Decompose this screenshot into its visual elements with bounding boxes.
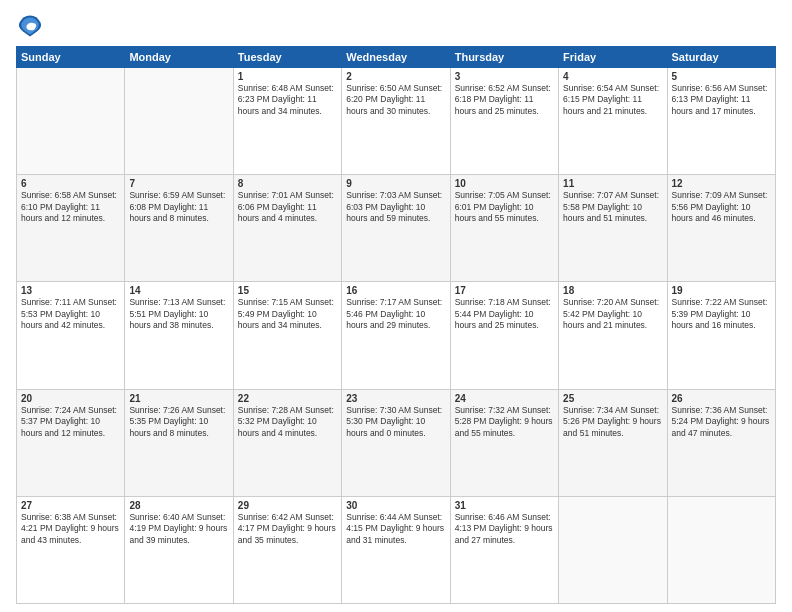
day-number: 12 [672, 178, 771, 189]
calendar-week-row: 20Sunrise: 7:24 AM Sunset: 5:37 PM Dayli… [17, 389, 776, 496]
day-number: 4 [563, 71, 662, 82]
calendar-day-cell: 20Sunrise: 7:24 AM Sunset: 5:37 PM Dayli… [17, 389, 125, 496]
calendar-day-cell: 10Sunrise: 7:05 AM Sunset: 6:01 PM Dayli… [450, 175, 558, 282]
calendar-day-cell: 5Sunrise: 6:56 AM Sunset: 6:13 PM Daylig… [667, 68, 775, 175]
day-number: 19 [672, 285, 771, 296]
day-number: 11 [563, 178, 662, 189]
day-number: 18 [563, 285, 662, 296]
logo [16, 12, 46, 40]
day-number: 2 [346, 71, 445, 82]
day-number: 3 [455, 71, 554, 82]
day-info: Sunrise: 7:26 AM Sunset: 5:35 PM Dayligh… [129, 405, 228, 439]
day-info: Sunrise: 7:07 AM Sunset: 5:58 PM Dayligh… [563, 190, 662, 224]
day-number: 1 [238, 71, 337, 82]
days-header-row: SundayMondayTuesdayWednesdayThursdayFrid… [17, 47, 776, 68]
day-number: 23 [346, 393, 445, 404]
calendar-week-row: 27Sunrise: 6:38 AM Sunset: 4:21 PM Dayli… [17, 496, 776, 603]
calendar-day-cell: 18Sunrise: 7:20 AM Sunset: 5:42 PM Dayli… [559, 282, 667, 389]
day-info: Sunrise: 7:09 AM Sunset: 5:56 PM Dayligh… [672, 190, 771, 224]
day-number: 7 [129, 178, 228, 189]
day-number: 15 [238, 285, 337, 296]
day-number: 29 [238, 500, 337, 511]
calendar-day-cell: 13Sunrise: 7:11 AM Sunset: 5:53 PM Dayli… [17, 282, 125, 389]
day-number: 8 [238, 178, 337, 189]
day-number: 26 [672, 393, 771, 404]
day-info: Sunrise: 7:03 AM Sunset: 6:03 PM Dayligh… [346, 190, 445, 224]
calendar-day-cell: 3Sunrise: 6:52 AM Sunset: 6:18 PM Daylig… [450, 68, 558, 175]
day-info: Sunrise: 6:52 AM Sunset: 6:18 PM Dayligh… [455, 83, 554, 117]
day-of-week-header: Friday [559, 47, 667, 68]
day-number: 13 [21, 285, 120, 296]
calendar-day-cell [559, 496, 667, 603]
day-of-week-header: Thursday [450, 47, 558, 68]
day-number: 22 [238, 393, 337, 404]
day-info: Sunrise: 7:17 AM Sunset: 5:46 PM Dayligh… [346, 297, 445, 331]
calendar-day-cell: 16Sunrise: 7:17 AM Sunset: 5:46 PM Dayli… [342, 282, 450, 389]
day-info: Sunrise: 6:54 AM Sunset: 6:15 PM Dayligh… [563, 83, 662, 117]
calendar-day-cell: 17Sunrise: 7:18 AM Sunset: 5:44 PM Dayli… [450, 282, 558, 389]
calendar-day-cell: 6Sunrise: 6:58 AM Sunset: 6:10 PM Daylig… [17, 175, 125, 282]
calendar-week-row: 6Sunrise: 6:58 AM Sunset: 6:10 PM Daylig… [17, 175, 776, 282]
day-of-week-header: Tuesday [233, 47, 341, 68]
day-info: Sunrise: 7:24 AM Sunset: 5:37 PM Dayligh… [21, 405, 120, 439]
calendar-day-cell: 14Sunrise: 7:13 AM Sunset: 5:51 PM Dayli… [125, 282, 233, 389]
calendar-week-row: 1Sunrise: 6:48 AM Sunset: 6:23 PM Daylig… [17, 68, 776, 175]
calendar-day-cell: 23Sunrise: 7:30 AM Sunset: 5:30 PM Dayli… [342, 389, 450, 496]
calendar-day-cell: 1Sunrise: 6:48 AM Sunset: 6:23 PM Daylig… [233, 68, 341, 175]
day-info: Sunrise: 7:20 AM Sunset: 5:42 PM Dayligh… [563, 297, 662, 331]
calendar-day-cell: 4Sunrise: 6:54 AM Sunset: 6:15 PM Daylig… [559, 68, 667, 175]
day-number: 25 [563, 393, 662, 404]
calendar-day-cell: 27Sunrise: 6:38 AM Sunset: 4:21 PM Dayli… [17, 496, 125, 603]
day-number: 16 [346, 285, 445, 296]
calendar-day-cell: 7Sunrise: 6:59 AM Sunset: 6:08 PM Daylig… [125, 175, 233, 282]
calendar-day-cell: 8Sunrise: 7:01 AM Sunset: 6:06 PM Daylig… [233, 175, 341, 282]
day-number: 30 [346, 500, 445, 511]
day-number: 21 [129, 393, 228, 404]
day-info: Sunrise: 7:18 AM Sunset: 5:44 PM Dayligh… [455, 297, 554, 331]
day-of-week-header: Wednesday [342, 47, 450, 68]
day-info: Sunrise: 7:22 AM Sunset: 5:39 PM Dayligh… [672, 297, 771, 331]
day-of-week-header: Saturday [667, 47, 775, 68]
calendar-day-cell [17, 68, 125, 175]
calendar-day-cell: 9Sunrise: 7:03 AM Sunset: 6:03 PM Daylig… [342, 175, 450, 282]
calendar-day-cell: 25Sunrise: 7:34 AM Sunset: 5:26 PM Dayli… [559, 389, 667, 496]
day-info: Sunrise: 6:50 AM Sunset: 6:20 PM Dayligh… [346, 83, 445, 117]
calendar-day-cell: 26Sunrise: 7:36 AM Sunset: 5:24 PM Dayli… [667, 389, 775, 496]
day-info: Sunrise: 7:13 AM Sunset: 5:51 PM Dayligh… [129, 297, 228, 331]
day-number: 28 [129, 500, 228, 511]
calendar-day-cell: 12Sunrise: 7:09 AM Sunset: 5:56 PM Dayli… [667, 175, 775, 282]
day-info: Sunrise: 6:40 AM Sunset: 4:19 PM Dayligh… [129, 512, 228, 546]
day-info: Sunrise: 6:42 AM Sunset: 4:17 PM Dayligh… [238, 512, 337, 546]
day-number: 27 [21, 500, 120, 511]
calendar-day-cell: 22Sunrise: 7:28 AM Sunset: 5:32 PM Dayli… [233, 389, 341, 496]
day-info: Sunrise: 6:48 AM Sunset: 6:23 PM Dayligh… [238, 83, 337, 117]
day-info: Sunrise: 7:34 AM Sunset: 5:26 PM Dayligh… [563, 405, 662, 439]
calendar-day-cell: 15Sunrise: 7:15 AM Sunset: 5:49 PM Dayli… [233, 282, 341, 389]
day-number: 17 [455, 285, 554, 296]
calendar-day-cell: 28Sunrise: 6:40 AM Sunset: 4:19 PM Dayli… [125, 496, 233, 603]
day-info: Sunrise: 6:58 AM Sunset: 6:10 PM Dayligh… [21, 190, 120, 224]
calendar-day-cell [125, 68, 233, 175]
day-info: Sunrise: 7:36 AM Sunset: 5:24 PM Dayligh… [672, 405, 771, 439]
day-info: Sunrise: 7:15 AM Sunset: 5:49 PM Dayligh… [238, 297, 337, 331]
calendar-table: SundayMondayTuesdayWednesdayThursdayFrid… [16, 46, 776, 604]
calendar-day-cell [667, 496, 775, 603]
calendar-day-cell: 21Sunrise: 7:26 AM Sunset: 5:35 PM Dayli… [125, 389, 233, 496]
day-number: 5 [672, 71, 771, 82]
day-number: 14 [129, 285, 228, 296]
day-info: Sunrise: 6:59 AM Sunset: 6:08 PM Dayligh… [129, 190, 228, 224]
day-number: 31 [455, 500, 554, 511]
calendar-day-cell: 24Sunrise: 7:32 AM Sunset: 5:28 PM Dayli… [450, 389, 558, 496]
day-number: 6 [21, 178, 120, 189]
calendar-day-cell: 11Sunrise: 7:07 AM Sunset: 5:58 PM Dayli… [559, 175, 667, 282]
header [16, 12, 776, 40]
day-info: Sunrise: 7:11 AM Sunset: 5:53 PM Dayligh… [21, 297, 120, 331]
day-info: Sunrise: 7:05 AM Sunset: 6:01 PM Dayligh… [455, 190, 554, 224]
day-info: Sunrise: 7:30 AM Sunset: 5:30 PM Dayligh… [346, 405, 445, 439]
day-number: 20 [21, 393, 120, 404]
day-of-week-header: Sunday [17, 47, 125, 68]
day-of-week-header: Monday [125, 47, 233, 68]
day-info: Sunrise: 6:38 AM Sunset: 4:21 PM Dayligh… [21, 512, 120, 546]
day-info: Sunrise: 7:28 AM Sunset: 5:32 PM Dayligh… [238, 405, 337, 439]
calendar-day-cell: 2Sunrise: 6:50 AM Sunset: 6:20 PM Daylig… [342, 68, 450, 175]
